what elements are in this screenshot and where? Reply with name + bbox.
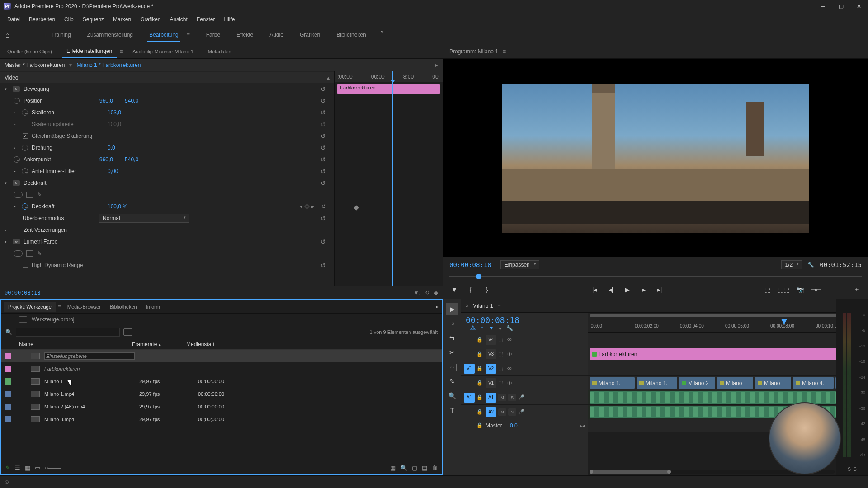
- lock-icon[interactable]: 🔒: [476, 366, 484, 371]
- zoom-slider-icon[interactable]: ○───: [45, 465, 61, 471]
- toggle-sync-lock-icon[interactable]: 👁: [507, 337, 514, 343]
- tab-source[interactable]: Quelle: (keine Clips): [3, 46, 57, 57]
- solo-left[interactable]: S: [848, 467, 851, 472]
- voice-over-icon[interactable]: 🎤: [518, 394, 525, 400]
- opacity-value[interactable]: 100,0 %: [108, 203, 127, 210]
- track-header-a2[interactable]: 🔒 A2 M S 🎤: [461, 405, 588, 419]
- wrench-icon[interactable]: 🔧: [807, 262, 814, 268]
- audio-meters[interactable]: 0 -6 -12 -18 -24 -30 -36 -42 -48 dB S S: [836, 299, 868, 475]
- stopwatch-scale[interactable]: [22, 109, 28, 116]
- col-name[interactable]: Name: [19, 341, 132, 347]
- wrench-icon[interactable]: 🔧: [506, 325, 513, 331]
- expand-opacity-val[interactable]: ▸: [14, 204, 18, 209]
- lock-icon[interactable]: 🔒: [476, 422, 484, 428]
- ripple-edit-tool[interactable]: ⇆: [446, 332, 458, 344]
- track-header-a1[interactable]: A1 🔒 A1 M S 🎤: [461, 390, 588, 405]
- ws-tab-farbe[interactable]: Farbe: [204, 29, 222, 42]
- expand-time-remap[interactable]: ▸: [5, 228, 9, 232]
- reset-icon[interactable]: ↺: [321, 238, 326, 245]
- mini-playhead[interactable]: [392, 71, 393, 286]
- ws-tab-zusammenstellung[interactable]: Zusammenstellung: [85, 29, 135, 42]
- blend-mode-dropdown[interactable]: Normal: [99, 214, 189, 223]
- anchor-y[interactable]: 540,0: [125, 156, 138, 163]
- snap-icon[interactable]: ⁂: [470, 325, 476, 331]
- mask-rect-icon[interactable]: [26, 250, 33, 257]
- fx-badge-icon[interactable]: fx: [13, 180, 20, 186]
- track-target[interactable]: V4: [486, 335, 496, 345]
- reset-icon[interactable]: ↺: [321, 132, 326, 140]
- master-clip-crumb[interactable]: Master * Farbkorrekturen: [5, 62, 65, 68]
- scrub-playhead[interactable]: [476, 274, 481, 279]
- ws-tab-bearbeitung[interactable]: Bearbeitung: [147, 29, 180, 42]
- item-name-editing[interactable]: Einstellungsebene: [44, 352, 135, 360]
- effects-timecode[interactable]: 00:00:08:18: [5, 290, 40, 296]
- position-y[interactable]: 540,0: [125, 98, 138, 104]
- scale-value[interactable]: 103,0: [108, 109, 121, 116]
- program-timecode[interactable]: 00:00:08:18: [449, 261, 491, 268]
- label-chip[interactable]: [5, 378, 11, 385]
- new-item-button[interactable]: ▤: [422, 465, 427, 471]
- menu-ansicht[interactable]: Ansicht: [165, 14, 192, 24]
- expand-antiflicker[interactable]: ▸: [14, 169, 18, 174]
- play-fx-icon[interactable]: ▸: [435, 62, 438, 68]
- ws-tab-effekte[interactable]: Effekte: [235, 29, 255, 42]
- stopwatch-opacity[interactable]: [22, 203, 28, 210]
- track-header-v2[interactable]: V1 🔒 V2 ⬚ 👁: [461, 361, 588, 376]
- reset-icon[interactable]: ↺: [321, 156, 326, 163]
- track-lane-v4[interactable]: [588, 333, 836, 347]
- sequence-name[interactable]: Milano 1: [472, 303, 493, 309]
- menu-bearbeiten[interactable]: Bearbeiten: [24, 14, 60, 24]
- label-chip[interactable]: [5, 353, 11, 359]
- tab-menu-icon[interactable]: ≡: [119, 48, 123, 55]
- tab-audio-mixer[interactable]: Audioclip-Mischer: Milano 1: [128, 46, 198, 57]
- marker-icon[interactable]: ▼: [489, 325, 494, 331]
- project-item[interactable]: Milano 2 (4K).mp4 29,97 fps 00:00:00:00: [1, 400, 442, 413]
- lock-icon[interactable]: 🔒: [476, 351, 484, 357]
- filter-bin-icon[interactable]: [123, 328, 132, 336]
- loop-icon[interactable]: ↻: [425, 290, 429, 296]
- video-clip[interactable]: Milano: [755, 377, 791, 389]
- minimize-button[interactable]: ─: [817, 1, 828, 12]
- reset-icon[interactable]: ↺: [321, 203, 326, 210]
- track-header-v3[interactable]: 🔒 V3 ⬚ 👁: [461, 347, 588, 361]
- video-clip[interactable]: Milano 1.: [590, 377, 635, 389]
- audio-clip[interactable]: [590, 391, 836, 404]
- tab-metadata[interactable]: Metadaten: [203, 46, 236, 57]
- panel-menu-icon[interactable]: ≡: [497, 303, 500, 309]
- track-lane-v3[interactable]: Farbkorrekturen: [588, 347, 836, 361]
- expand-motion[interactable]: ▾: [5, 87, 9, 91]
- reset-icon[interactable]: ↺: [321, 262, 326, 269]
- track-target[interactable]: V2: [486, 364, 496, 374]
- track-header-v1[interactable]: 🔒 V1 ⬚ 👁: [461, 376, 588, 390]
- reset-icon[interactable]: ↺: [321, 144, 326, 151]
- chevron-down-icon[interactable]: ▾: [69, 62, 72, 68]
- new-item-icon[interactable]: ✎: [5, 465, 10, 471]
- project-item[interactable]: Milano 3.mp4 29,97 fps 00;00;00;00: [1, 413, 442, 426]
- pen-tool[interactable]: ✎: [446, 375, 458, 388]
- stopwatch-anchor[interactable]: [14, 156, 20, 163]
- toggle-track-output-icon[interactable]: ⬚: [498, 337, 505, 343]
- time-ruler[interactable]: :00:00 00:00:02:00 00:00:04:00 00:00:06:…: [588, 313, 836, 333]
- voice-over-icon[interactable]: 🎤: [518, 409, 525, 415]
- tab-libraries[interactable]: Bibliotheken: [105, 302, 142, 312]
- stopwatch-antiflicker[interactable]: [22, 168, 28, 174]
- toggle-track-output-icon[interactable]: ⬚: [498, 366, 505, 371]
- source-patch-v1[interactable]: V1: [464, 364, 475, 374]
- menu-datei[interactable]: Datei: [3, 14, 24, 24]
- program-scrubber[interactable]: [443, 272, 868, 281]
- stopwatch-rotation[interactable]: [22, 145, 28, 151]
- button-editor-icon[interactable]: ＋: [852, 285, 862, 295]
- toggle-sync-lock-icon[interactable]: 👁: [507, 352, 514, 357]
- mask-rect-icon[interactable]: [26, 192, 33, 198]
- timeline-scroll-thumb[interactable]: [590, 470, 671, 474]
- lock-icon[interactable]: 🔒: [476, 394, 484, 400]
- expand-icon[interactable]: ▸◂: [580, 422, 585, 429]
- fx-badge-icon[interactable]: fx: [13, 239, 20, 244]
- uniform-scale-checkbox[interactable]: ✓: [23, 133, 28, 139]
- rotation-value[interactable]: 0,0: [108, 145, 115, 151]
- comparison-icon[interactable]: ▭▭: [811, 285, 821, 295]
- track-target[interactable]: V3: [486, 349, 496, 359]
- new-bin-icon[interactable]: ▢: [412, 465, 417, 471]
- maximize-button[interactable]: ▢: [835, 1, 846, 12]
- anchor-x[interactable]: 960,0: [99, 156, 113, 163]
